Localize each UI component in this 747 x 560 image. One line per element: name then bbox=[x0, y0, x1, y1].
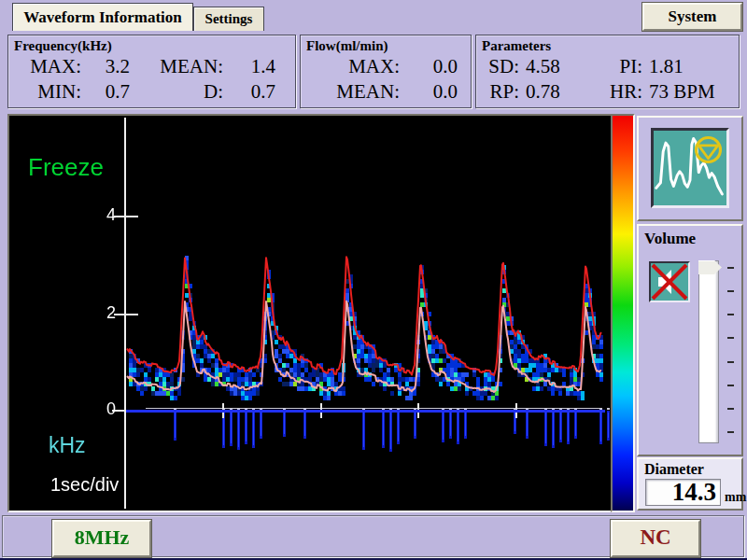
probe-frequency-button[interactable]: 8MHz bbox=[52, 520, 151, 557]
velocity-colorbar bbox=[611, 114, 635, 512]
nc-button[interactable]: NC bbox=[611, 520, 700, 557]
flow-max-value: 0.0 bbox=[400, 54, 458, 79]
parameters-hr-label: HR: bbox=[596, 79, 642, 105]
y-axis-tick-0: 0 bbox=[93, 399, 116, 419]
diameter-value-field[interactable]: 14.3 bbox=[645, 479, 721, 506]
frequency-mean-value: 1.4 bbox=[223, 54, 275, 79]
flow-max-label: MAX: bbox=[301, 54, 400, 79]
freeze-status-label: Freeze bbox=[28, 153, 104, 182]
parameters-panel-title: Parameters bbox=[476, 35, 739, 54]
volume-panel: Volume bbox=[637, 224, 743, 456]
diameter-panel: Diameter 14.3 mm bbox=[637, 457, 743, 511]
parameters-panel: Parameters SD: 4.58 PI: 1.81 RP: 0.78 HR… bbox=[475, 35, 740, 108]
y-axis-tick-4: 4 bbox=[93, 205, 116, 225]
parameters-hr-value: 73 BPM bbox=[642, 79, 739, 105]
frequency-min-label: MIN: bbox=[8, 79, 81, 105]
flow-panel: Flow(ml/min) MAX: 0.0 MEAN: 0.0 bbox=[300, 35, 472, 108]
speaker-muted-icon bbox=[651, 263, 688, 301]
volume-slider-ticks bbox=[727, 267, 734, 433]
frequency-panel-title: Frequency(kHz) bbox=[8, 35, 295, 54]
waveform-mode-button[interactable] bbox=[651, 128, 729, 208]
time-scale-label: 1sec/div bbox=[50, 474, 119, 496]
frequency-d-label: D: bbox=[130, 79, 223, 105]
waveform-mode-panel bbox=[637, 116, 743, 221]
parameters-rp-value: 0.78 bbox=[519, 79, 596, 105]
unit-label: kHz bbox=[49, 433, 86, 458]
frequency-d-value: 0.7 bbox=[223, 79, 275, 105]
flow-panel-title: Flow(ml/min) bbox=[301, 35, 471, 54]
tab-settings[interactable]: Settings bbox=[193, 7, 264, 31]
y-axis-tick-2: 2 bbox=[93, 303, 116, 323]
waveform-icon bbox=[654, 131, 726, 205]
diameter-unit-label: mm bbox=[725, 490, 746, 505]
parameters-pi-label: PI: bbox=[596, 54, 642, 79]
system-button[interactable]: System bbox=[642, 3, 742, 31]
parameters-pi-value: 1.81 bbox=[642, 54, 739, 79]
frequency-max-label: MAX: bbox=[8, 54, 81, 79]
frequency-max-value: 3.2 bbox=[81, 54, 130, 79]
mute-button[interactable] bbox=[649, 261, 690, 302]
parameters-sd-label: SD: bbox=[476, 54, 519, 79]
frequency-panel: Frequency(kHz) MAX: 3.2 MEAN: 1.4 MIN: 0… bbox=[7, 35, 296, 108]
frequency-mean-label: MEAN: bbox=[130, 54, 223, 79]
spectrogram-display: Freeze 4 2 0 kHz 1sec/div bbox=[7, 114, 614, 512]
volume-label: Volume bbox=[644, 230, 696, 248]
bottom-bar: 8MHz NC bbox=[2, 515, 744, 557]
flow-mean-value: 0.0 bbox=[400, 79, 458, 105]
volume-slider-track[interactable] bbox=[698, 260, 719, 443]
flow-mean-label: MEAN: bbox=[301, 79, 400, 105]
diameter-title: Diameter bbox=[644, 461, 704, 478]
parameters-sd-value: 4.58 bbox=[519, 54, 596, 79]
frequency-min-value: 0.7 bbox=[81, 79, 130, 105]
parameters-rp-label: RP: bbox=[476, 79, 519, 105]
tab-waveform-information[interactable]: Waveform Information bbox=[12, 3, 193, 31]
volume-slider-thumb[interactable] bbox=[698, 260, 722, 274]
